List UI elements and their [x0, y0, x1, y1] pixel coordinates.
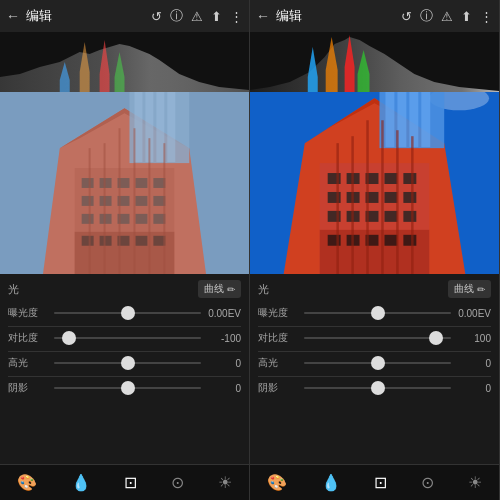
circle-icon-left[interactable]: ⊙ — [167, 469, 188, 496]
svg-rect-15 — [82, 196, 94, 206]
svg-rect-16 — [100, 196, 112, 206]
exposure-track-left[interactable] — [54, 312, 201, 314]
info-icon-left[interactable]: ⓘ — [170, 7, 183, 25]
title-left: 编辑 — [26, 7, 145, 25]
highlight-value-left: 0 — [205, 358, 241, 369]
svg-rect-67 — [403, 211, 416, 222]
back-icon-right[interactable]: ← — [256, 8, 270, 24]
svg-rect-77 — [384, 235, 397, 246]
exposure-label-left: 曝光度 — [8, 306, 50, 320]
warn-icon-left[interactable]: ⚠ — [191, 9, 203, 24]
share-icon-right[interactable]: ⬆ — [461, 9, 472, 24]
sun-icon-left[interactable]: ☀ — [214, 469, 236, 496]
svg-rect-13 — [135, 178, 147, 188]
shadow-track-left[interactable] — [54, 387, 201, 389]
drop-icon-right[interactable]: 💧 — [317, 469, 345, 496]
svg-rect-66 — [384, 211, 397, 222]
shadow-thumb-right[interactable] — [371, 381, 385, 395]
shadow-value-left: 0 — [205, 383, 241, 394]
exposure-row-left: 曝光度 0.00EV — [8, 306, 241, 320]
contrast-track-left[interactable] — [54, 337, 201, 339]
svg-rect-28 — [156, 92, 164, 162]
exposure-thumb-right[interactable] — [371, 306, 385, 320]
svg-rect-10 — [82, 178, 94, 188]
photo-right — [250, 92, 499, 274]
contrast-value-right: 100 — [455, 333, 491, 344]
shadow-label-right: 阴影 — [258, 381, 300, 395]
share-icon-left[interactable]: ⬆ — [211, 9, 222, 24]
shadow-label-left: 阴影 — [8, 381, 50, 395]
top-bar-right: ← 编辑 ↺ ⓘ ⚠ ⬆ ⋮ — [250, 0, 499, 32]
svg-rect-31 — [82, 236, 94, 246]
shadow-thumb-left[interactable] — [121, 381, 135, 395]
bottom-toolbar-left: 🎨 💧 ⊡ ⊙ ☀ — [0, 464, 249, 500]
svg-rect-70 — [397, 92, 406, 147]
left-panel: ← 编辑 ↺ ⓘ ⚠ ⬆ ⋮ — [0, 0, 250, 500]
palette-icon-right[interactable]: 🎨 — [263, 469, 291, 496]
svg-rect-34 — [135, 236, 147, 246]
curves-btn-right[interactable]: 曲线 ✏ — [448, 280, 491, 298]
contrast-label-right: 对比度 — [258, 331, 300, 345]
svg-rect-21 — [100, 214, 112, 224]
histogram-right — [250, 32, 499, 92]
contrast-label-left: 对比度 — [8, 331, 50, 345]
highlight-label-right: 高光 — [258, 356, 300, 370]
shadow-row-right: 阴影 0 — [258, 381, 491, 395]
svg-rect-57 — [403, 173, 416, 184]
undo-icon-left[interactable]: ↺ — [151, 9, 162, 24]
svg-rect-23 — [135, 214, 147, 224]
curves-btn-left[interactable]: 曲线 ✏ — [198, 280, 241, 298]
shadow-row-left: 阴影 0 — [8, 381, 241, 395]
controls-right: 光 曲线 ✏ 曝光度 0.00EV 对比度 100 高光 — [250, 274, 499, 464]
contrast-row-right: 对比度 100 — [258, 331, 491, 345]
svg-rect-29 — [167, 92, 175, 162]
highlight-value-right: 0 — [455, 358, 491, 369]
palette-icon-left[interactable]: 🎨 — [13, 469, 41, 496]
controls-left: 光 曲线 ✏ 曝光度 0.00EV 对比度 -100 高光 — [0, 274, 249, 464]
undo-icon-right[interactable]: ↺ — [401, 9, 412, 24]
adjust-icon-right[interactable]: ⊡ — [370, 469, 391, 496]
exposure-thumb-left[interactable] — [121, 306, 135, 320]
highlight-thumb-left[interactable] — [121, 356, 135, 370]
svg-rect-11 — [100, 178, 112, 188]
shadow-value-right: 0 — [455, 383, 491, 394]
exposure-row-right: 曝光度 0.00EV — [258, 306, 491, 320]
light-label-left: 光 — [8, 282, 19, 297]
highlight-track-right[interactable] — [304, 362, 451, 364]
svg-rect-56 — [384, 173, 397, 184]
drop-icon-left[interactable]: 💧 — [67, 469, 95, 496]
highlight-thumb-right[interactable] — [371, 356, 385, 370]
highlight-track-left[interactable] — [54, 362, 201, 364]
histogram-left — [0, 32, 249, 92]
circle-icon-right[interactable]: ⊙ — [417, 469, 438, 496]
sun-icon-right[interactable]: ☀ — [464, 469, 486, 496]
adjust-icon-left[interactable]: ⊡ — [120, 469, 141, 496]
bottom-toolbar-right: 🎨 💧 ⊡ ⊙ ☀ — [250, 464, 499, 500]
more-icon-right[interactable]: ⋮ — [480, 9, 493, 24]
more-icon-left[interactable]: ⋮ — [230, 9, 243, 24]
back-icon-left[interactable]: ← — [6, 8, 20, 24]
contrast-thumb-right[interactable] — [429, 331, 443, 345]
top-bar-left: ← 编辑 ↺ ⓘ ⚠ ⬆ ⋮ — [0, 0, 249, 32]
contrast-value-left: -100 — [205, 333, 241, 344]
exposure-value-right: 0.00EV — [455, 308, 491, 319]
highlight-label-left: 高光 — [8, 356, 50, 370]
contrast-thumb-left[interactable] — [62, 331, 76, 345]
title-right: 编辑 — [276, 7, 395, 25]
shadow-track-right[interactable] — [304, 387, 451, 389]
svg-rect-71 — [409, 92, 418, 147]
right-panel: ← 编辑 ↺ ⓘ ⚠ ⬆ ⋮ — [250, 0, 500, 500]
contrast-track-right[interactable] — [304, 337, 451, 339]
svg-rect-61 — [384, 192, 397, 203]
photo-left — [0, 92, 249, 274]
exposure-label-right: 曝光度 — [258, 306, 300, 320]
svg-rect-32 — [100, 236, 112, 246]
svg-rect-69 — [385, 92, 394, 147]
warn-icon-right[interactable]: ⚠ — [441, 9, 453, 24]
exposure-track-right[interactable] — [304, 312, 451, 314]
info-icon-right[interactable]: ⓘ — [420, 7, 433, 25]
contrast-row-left: 对比度 -100 — [8, 331, 241, 345]
svg-rect-62 — [403, 192, 416, 203]
controls-header-left: 光 曲线 ✏ — [8, 280, 241, 298]
highlight-row-right: 高光 0 — [258, 356, 491, 370]
